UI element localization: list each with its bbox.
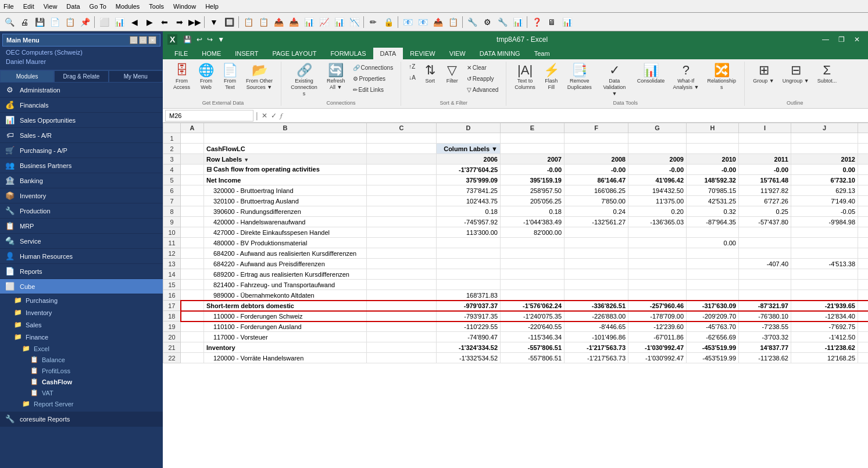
text-to-columns-button[interactable]: |A| Text toColumns [511, 62, 539, 93]
cell[interactable] [181, 206, 204, 217]
sidebar-item-cube[interactable]: ⬜ Cube [0, 279, 163, 294]
sidebar-sub-inventory[interactable]: 📁 Inventory [0, 306, 163, 319]
cell[interactable]: -336'826.51 [565, 301, 628, 311]
cell[interactable] [687, 259, 739, 269]
cell[interactable] [791, 133, 858, 144]
formula-cancel-btn[interactable]: ✕ [260, 112, 269, 120]
cell[interactable]: 41'096.42 [628, 175, 687, 185]
cell[interactable]: 3'135'802.60 [858, 301, 869, 311]
cell[interactable]: -7'692.75 [791, 321, 858, 332]
cell[interactable]: -0.05 [791, 206, 858, 217]
cell[interactable]: ⊟ Cash flow from operating activities [204, 165, 367, 175]
sidebar-maximize[interactable]: □ [139, 36, 147, 44]
formula-input[interactable] [285, 112, 866, 119]
cell[interactable] [501, 144, 565, 154]
tab-file[interactable]: FILE [167, 48, 195, 59]
cell[interactable]: Short-term debtors domestic [204, 301, 367, 311]
cell[interactable] [858, 353, 869, 363]
sidebar-sub-sales[interactable]: 📁 Sales [0, 319, 163, 331]
cell[interactable]: -257'960.46 [628, 301, 687, 311]
cell[interactable] [791, 269, 858, 280]
cell[interactable] [367, 217, 437, 227]
toolbar-btn16[interactable]: 📊 [302, 15, 316, 29]
cell[interactable]: 6'732.10 [791, 175, 858, 185]
cell[interactable]: -1'030'992.47 [628, 342, 687, 353]
cell[interactable]: -11'238.62 [791, 342, 858, 353]
ungroup-button[interactable]: ⊟ Ungroup ▼ [779, 62, 813, 87]
toolbar-btn18[interactable]: 📊 [332, 15, 346, 29]
cell[interactable] [739, 238, 791, 248]
cell[interactable]: 11'927.82 [739, 185, 791, 196]
cell[interactable]: 320100 - Bruttoertrag Ausland [204, 196, 367, 206]
cell[interactable]: -453'519.99 [687, 342, 739, 353]
cell[interactable] [181, 165, 204, 175]
toolbar-save[interactable]: 💾 [33, 15, 47, 29]
cell[interactable] [367, 206, 437, 217]
cell[interactable]: -87'321.97 [739, 301, 791, 311]
refresh-all-button[interactable]: 🔄 RefreshAll ▼ [323, 62, 349, 93]
cell[interactable]: -745'957.92 [437, 217, 501, 227]
toolbar-btn2[interactable]: 📋 [63, 15, 77, 29]
sidebar-item-administration[interactable]: ⚙ Administration [0, 83, 163, 98]
cell[interactable]: 110000 - Forderungen Schweiz [204, 311, 367, 321]
toolbar-btn28[interactable]: 🔧 [495, 15, 509, 29]
cell[interactable]: 148'592.32 [687, 175, 739, 185]
cell[interactable] [181, 196, 204, 206]
cell[interactable] [367, 154, 437, 165]
toolbar-btn14[interactable]: 📤 [272, 15, 285, 29]
cell[interactable]: 2009 [628, 154, 687, 165]
cell[interactable]: -1'576'062.24 [501, 301, 565, 311]
cell[interactable]: 205'056.25 [501, 196, 565, 206]
cell[interactable] [687, 269, 739, 280]
cell[interactable] [501, 290, 565, 301]
cell[interactable] [181, 248, 204, 259]
cell[interactable]: 0.20 [628, 206, 687, 217]
cell[interactable]: 2008 [565, 154, 628, 165]
cell[interactable]: 170'101.30 [858, 175, 869, 185]
toolbar-btn17[interactable]: 📈 [317, 15, 331, 29]
cell[interactable] [687, 227, 739, 238]
col-header-j[interactable]: J [791, 123, 858, 133]
cell[interactable]: 7'850.00 [565, 196, 628, 206]
cell[interactable] [501, 269, 565, 280]
cell[interactable]: 215'605.38 [858, 269, 869, 280]
cell[interactable] [181, 301, 204, 311]
cell[interactable]: 258'957.50 [501, 185, 565, 196]
cell[interactable]: 2'726'408.75 [858, 311, 869, 321]
cell[interactable]: 2007 [501, 154, 565, 165]
toolbar-new[interactable]: 🔍 [2, 15, 16, 29]
cell[interactable]: 2011 [739, 154, 791, 165]
sidebar-item-hr[interactable]: 👤 Human Resources [0, 249, 163, 264]
cell[interactable] [501, 248, 565, 259]
cell[interactable]: 420000 - Handelswarenaufwand [204, 217, 367, 227]
cell[interactable]: Row Labels ▼ [204, 154, 367, 165]
cell[interactable]: -136'365.03 [628, 217, 687, 227]
filter-button[interactable]: ▽ Filter [442, 62, 463, 87]
cell[interactable]: 0.25 [739, 206, 791, 217]
cell[interactable]: 821400 - Fahrzeug- und Transportaufwand [204, 280, 367, 290]
cell[interactable] [739, 144, 791, 154]
toolbar-btn8[interactable]: ⬅ [158, 15, 172, 29]
sidebar-sub-finance[interactable]: 📁 Finance [0, 331, 163, 343]
tab-review[interactable]: REVIEW [403, 48, 442, 59]
formula-confirm-btn[interactable]: ✓ [270, 112, 278, 120]
cell[interactable]: -74'890.47 [437, 332, 501, 342]
cell[interactable]: 120000 - Vorräte Handelswaren [204, 353, 367, 363]
cell[interactable] [367, 227, 437, 238]
cell[interactable]: -45'763.70 [687, 321, 739, 332]
cell[interactable] [628, 248, 687, 259]
col-header-g[interactable]: G [628, 123, 687, 133]
sidebar-item-profitloss[interactable]: 📋 ProfitLoss [0, 365, 163, 376]
cell[interactable]: -4'513.38 [791, 259, 858, 269]
cell[interactable]: 684220 - Aufwand aus Preisdifferenzen [204, 259, 367, 269]
edit-links-small-button[interactable]: ✏ Edit Links [350, 85, 397, 95]
sidebar-item-reports[interactable]: 📄 Reports [0, 264, 163, 279]
tab-drag-relate[interactable]: Drag & Relate [54, 70, 108, 83]
cell[interactable]: 0.18 [501, 206, 565, 217]
from-access-button[interactable]: 🗄 FromAccess [170, 62, 194, 93]
toolbar-btn4[interactable]: ⬜ [97, 15, 111, 29]
from-text-button[interactable]: 📄 FromText [219, 62, 241, 93]
cell[interactable] [739, 227, 791, 238]
menu-edit[interactable]: Edit [23, 3, 34, 10]
connections-small-button[interactable]: 🔗 Connections [350, 63, 397, 73]
